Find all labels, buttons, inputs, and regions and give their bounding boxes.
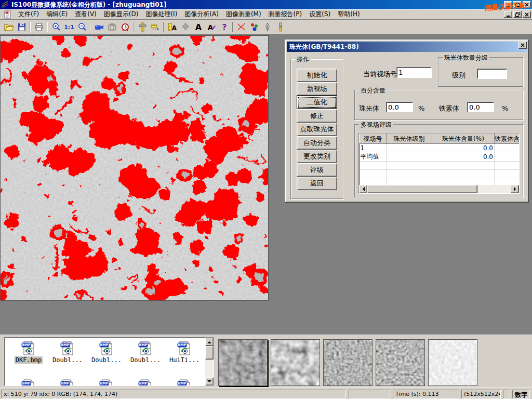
dialog-title: 珠光体(GB/T9441-88) xyxy=(289,43,359,51)
file-item-partial[interactable] xyxy=(10,378,47,386)
scroll-up-button[interactable] xyxy=(205,338,214,346)
scrollbar-track[interactable] xyxy=(477,185,511,193)
zoom-in-button[interactable] xyxy=(49,21,62,33)
menu-image-display[interactable]: 图像显示(D) xyxy=(100,9,142,20)
thumbnail-5[interactable] xyxy=(428,339,477,386)
change-class-button[interactable]: 更改类别 xyxy=(297,150,337,163)
camera-button[interactable] xyxy=(105,21,118,33)
classify-dots-button[interactable] xyxy=(248,21,261,33)
maximize-button[interactable] xyxy=(513,1,522,8)
menu-settings[interactable]: 设置(S) xyxy=(305,9,334,20)
scrollbar-thumb[interactable] xyxy=(367,185,477,193)
video-camera-button[interactable] xyxy=(92,21,105,33)
col-field-number[interactable]: 视场号 xyxy=(360,134,387,144)
thumbnail-2[interactable] xyxy=(271,339,320,386)
help-button[interactable]: ? xyxy=(218,21,231,33)
rate-button[interactable]: 评级 xyxy=(297,163,337,177)
mdi-close-button[interactable] xyxy=(523,11,531,18)
file-item[interactable]: DKF.bmp xyxy=(10,340,47,364)
zoom-out-icon xyxy=(77,22,87,32)
dialog-titlebar[interactable]: 珠光体(GB/T9441-88) xyxy=(287,42,527,52)
svg-text:?: ? xyxy=(222,22,227,32)
menu-edit[interactable]: 编辑(E) xyxy=(43,9,71,20)
file-item[interactable]: Doubl... xyxy=(88,340,125,364)
annotate-button[interactable]: A xyxy=(205,21,218,33)
measure-text-icon: A xyxy=(167,22,178,32)
print-button[interactable] xyxy=(32,21,45,33)
operation-group-label: 操作 xyxy=(295,55,311,64)
svg-text:A: A xyxy=(171,24,177,32)
ferrite-percent-input[interactable] xyxy=(467,102,494,112)
menu-image-analysis[interactable]: 图像分析(A) xyxy=(181,9,222,20)
zoom-in-icon xyxy=(51,22,61,32)
thumbnail-1[interactable] xyxy=(218,339,268,386)
return-button[interactable]: 返回 xyxy=(297,177,337,190)
table-row[interactable]: 1 0.0 xyxy=(360,144,520,152)
zoom-out-button[interactable] xyxy=(75,21,88,33)
menu-view[interactable]: 查看(V) xyxy=(71,9,100,20)
table-row[interactable]: 平均值 0.0 xyxy=(360,152,520,162)
file-item[interactable]: HuiTi... xyxy=(166,340,203,364)
file-item[interactable]: Doubl... xyxy=(127,340,164,364)
auto-classify-button[interactable]: 自动分类 xyxy=(297,136,337,150)
scroll-left-button[interactable] xyxy=(359,185,367,193)
col-pearlite-grade[interactable]: 珠光体级别 xyxy=(387,134,432,144)
move-cross-button[interactable] xyxy=(179,21,192,33)
window-title: IS100显微摄像系统(金相分析版) - [zhuguangti01] xyxy=(11,1,166,9)
close-button[interactable] xyxy=(523,1,531,8)
percent-sign: % xyxy=(502,104,508,112)
save-button[interactable] xyxy=(15,21,28,33)
caliper-button[interactable] xyxy=(136,21,149,33)
minimize-button[interactable] xyxy=(504,1,512,8)
table-row[interactable] xyxy=(360,170,520,178)
timer-clock-button[interactable] xyxy=(118,21,131,33)
document-icon[interactable] xyxy=(3,10,12,19)
grade-input[interactable] xyxy=(477,69,507,79)
binarize-button[interactable]: 二值化 xyxy=(297,96,337,109)
scroll-right-button[interactable] xyxy=(511,185,519,193)
thumbnail-3[interactable] xyxy=(323,339,373,386)
svg-text:1:1: 1:1 xyxy=(64,24,74,31)
menu-image-processing[interactable]: 图像处理(I) xyxy=(142,9,181,20)
correct-button[interactable]: 修正 xyxy=(297,109,337,123)
curve-button[interactable] xyxy=(235,21,248,33)
file-item-partial[interactable] xyxy=(88,378,125,386)
menu-file[interactable]: 文件(F) xyxy=(15,9,43,20)
pearlite-percent-input[interactable] xyxy=(386,102,413,112)
ruler-button[interactable] xyxy=(149,21,162,33)
dialog-close-button[interactable] xyxy=(518,42,527,49)
file-list-scrollbar[interactable] xyxy=(205,338,214,385)
table-horizontal-scrollbar[interactable] xyxy=(359,185,519,193)
thumbnail-4[interactable] xyxy=(376,339,425,386)
pen-button[interactable] xyxy=(261,21,274,33)
init-button[interactable]: 初始化 xyxy=(297,69,337,82)
curve-icon xyxy=(236,22,247,32)
current-field-input[interactable] xyxy=(396,67,432,78)
one-to-one-button[interactable]: 1:1 xyxy=(62,21,75,33)
brush-button[interactable] xyxy=(274,21,287,33)
open-folder-button[interactable] xyxy=(2,21,15,33)
table-row[interactable] xyxy=(360,162,520,170)
mdi-restore-button[interactable] xyxy=(513,11,522,18)
scroll-down-button[interactable] xyxy=(205,377,214,385)
menu-help[interactable]: 帮助(H) xyxy=(334,9,363,20)
pick-pearlite-button[interactable]: 点取珠光体 xyxy=(297,123,337,136)
bmp-file-icon xyxy=(176,340,193,356)
menu-image-measure[interactable]: 图像测量(M) xyxy=(222,9,265,20)
file-item-partial[interactable] xyxy=(166,378,203,386)
file-item[interactable]: Doubl... xyxy=(49,340,86,364)
scrollbar-thumb[interactable] xyxy=(205,346,214,360)
new-field-button[interactable]: 新视场 xyxy=(297,82,337,96)
open-folder-icon xyxy=(4,22,14,32)
menu-measure-report[interactable]: 测量报告(P) xyxy=(265,9,306,20)
cell-ferrite-content xyxy=(495,144,520,152)
col-ferrite-content[interactable]: 铁素体含量(%) xyxy=(495,134,520,144)
measure-text-button[interactable]: A xyxy=(166,21,179,33)
col-pearlite-content[interactable]: 珠光体含量(%) xyxy=(432,134,495,144)
close-icon xyxy=(525,12,529,17)
mdi-minimize-button[interactable] xyxy=(504,11,512,18)
file-item-partial[interactable] xyxy=(49,378,86,386)
micrograph-image[interactable] xyxy=(1,36,268,300)
file-item-partial[interactable] xyxy=(127,378,164,386)
text-button[interactable]: A xyxy=(192,21,205,33)
